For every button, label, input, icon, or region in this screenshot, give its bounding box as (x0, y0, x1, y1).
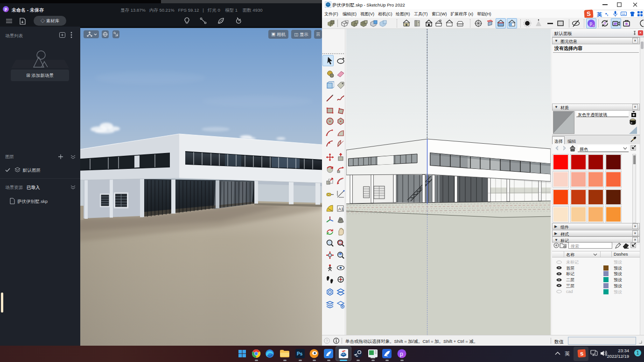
svg-text:?: ? (326, 339, 328, 343)
svg-text:A1: A1 (338, 207, 343, 211)
svg-text:p: p (400, 351, 403, 357)
svg-text:p: p (590, 21, 593, 26)
svg-text:Ps: Ps (297, 351, 303, 356)
